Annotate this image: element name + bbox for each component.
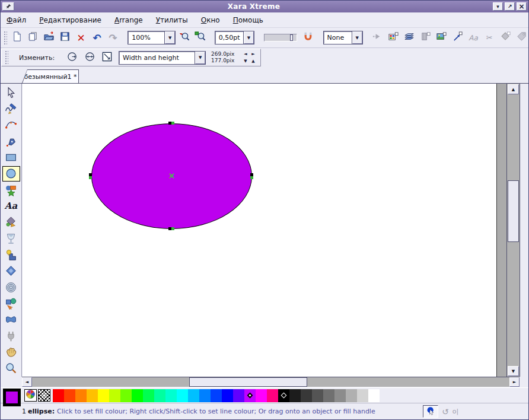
color-swatch-19[interactable] <box>267 389 278 402</box>
bitmap-gallery-button[interactable] <box>434 30 448 45</box>
color-swatch-16[interactable] <box>233 389 244 402</box>
vertical-scrollbar[interactable]: ▲ ▼ <box>506 84 520 377</box>
toolbar-grip[interactable] <box>4 50 8 65</box>
fill-gallery-button[interactable] <box>498 30 512 45</box>
zoom-dropdown-button[interactable]: ▼ <box>165 31 175 44</box>
size-mode-combo[interactable]: Width and height ▼ <box>119 52 205 64</box>
color-swatch-10[interactable] <box>165 389 177 402</box>
selection-handle-bottom[interactable] <box>168 227 174 230</box>
radius-creation-button[interactable] <box>65 50 80 65</box>
no-color-swatch[interactable] <box>38 389 50 402</box>
color-swatch-0[interactable] <box>53 389 64 402</box>
color-swatch-27[interactable] <box>357 389 368 402</box>
size-mode-dropdown-button[interactable]: ▼ <box>195 52 205 64</box>
menu-item-3[interactable]: Утилиты <box>156 16 188 24</box>
color-swatch-11[interactable] <box>177 389 188 402</box>
menu-item-2[interactable]: Arrange <box>114 16 143 24</box>
frame-gallery-button[interactable] <box>418 30 432 45</box>
edit-color-button[interactable] <box>24 389 37 402</box>
pin-button[interactable] <box>2 2 14 11</box>
nudge-up-button[interactable]: ▲ <box>249 58 257 65</box>
selection-handle-top[interactable] <box>168 122 174 125</box>
color-swatch-28[interactable] <box>368 389 380 402</box>
apply-attributes-button[interactable] <box>370 30 384 45</box>
line-gallery-button[interactable] <box>450 30 464 45</box>
color-swatch-13[interactable] <box>199 389 211 402</box>
menu-item-1[interactable]: Редактирование <box>39 16 101 24</box>
previous-zoom-button[interactable] <box>177 30 191 45</box>
scroll-right-button[interactable]: ► <box>509 377 520 387</box>
pen-tool[interactable] <box>2 133 20 149</box>
line-width-dropdown-button[interactable]: ▼ <box>244 31 254 44</box>
text-tool[interactable]: Aa <box>2 198 20 214</box>
line-width-value[interactable]: 0,50pt <box>215 31 244 44</box>
line-gallery-combo[interactable]: None ▼ <box>324 31 362 44</box>
color-swatch-12[interactable] <box>188 389 199 402</box>
line-width-combo[interactable]: 0,50pt ▼ <box>215 31 254 44</box>
feather-slider[interactable] <box>264 34 297 42</box>
color-swatch-4[interactable] <box>98 389 109 402</box>
shape-editor-tool[interactable] <box>2 117 20 133</box>
selector-tool[interactable] <box>2 85 20 100</box>
color-swatch-7[interactable] <box>132 389 143 402</box>
tab-label[interactable]: безымянный1 * <box>23 70 78 83</box>
horizontal-scrollbar[interactable]: ◄ ► <box>22 377 520 387</box>
bounds-creation-button[interactable] <box>100 50 114 65</box>
scroll-up-button[interactable]: ▲ <box>508 84 519 94</box>
color-swatch-14[interactable] <box>211 389 222 402</box>
menu-item-4[interactable]: Окно <box>201 16 220 24</box>
selection-handle-left[interactable] <box>89 173 92 179</box>
new-document-button[interactable] <box>10 30 24 45</box>
color-swatch-18[interactable] <box>256 389 267 402</box>
canvas-page[interactable]: × <box>23 84 496 377</box>
color-swatch-1[interactable] <box>64 389 75 402</box>
color-swatch-24[interactable] <box>323 389 334 402</box>
color-swatch-8[interactable] <box>143 389 154 402</box>
toolbar-grip[interactable] <box>3 30 7 46</box>
color-swatch-17[interactable] <box>244 389 256 402</box>
zoom-tool[interactable] <box>2 361 20 376</box>
selection-handle-right[interactable] <box>250 173 253 179</box>
ellipse-tool[interactable] <box>2 166 20 182</box>
color-swatch-21[interactable] <box>289 389 301 402</box>
freehand-tool[interactable] <box>2 101 20 116</box>
nudge-down-button[interactable]: ▼ <box>241 58 249 65</box>
snap-to-objects-button[interactable] <box>301 30 316 45</box>
line-gallery-dropdown-button[interactable]: ▼ <box>352 31 362 44</box>
color-swatch-5[interactable] <box>109 389 120 402</box>
nudge-right-button[interactable]: ► <box>249 50 257 58</box>
color-swatch-26[interactable] <box>346 389 357 402</box>
color-swatch-22[interactable] <box>301 389 312 402</box>
line-gallery-value[interactable]: None <box>324 31 352 44</box>
color-swatch-2[interactable] <box>75 389 87 402</box>
open-button[interactable] <box>42 30 56 45</box>
nudge-left-button[interactable]: ◄ <box>241 50 249 58</box>
color-swatch-9[interactable] <box>154 389 165 402</box>
fill-tool[interactable] <box>2 215 20 230</box>
document-tab[interactable]: безымянный1 * <box>22 69 79 83</box>
zoom-to-drawing-button[interactable] <box>193 30 207 45</box>
minimize-button[interactable]: ▾ <box>493 2 503 11</box>
color-swatch-6[interactable] <box>120 389 132 402</box>
color-swatch-3[interactable] <box>87 389 98 402</box>
scroll-left-button[interactable]: ◄ <box>22 377 32 387</box>
color-swatch-23[interactable] <box>312 389 323 402</box>
undo-button[interactable]: ↶ <box>90 30 104 45</box>
layer-gallery-button[interactable] <box>402 30 416 45</box>
feather-slider-thumb[interactable] <box>290 34 293 41</box>
live-drag-indicator[interactable] <box>423 405 438 418</box>
menu-item-0[interactable]: Файл <box>7 16 26 24</box>
color-gallery-button[interactable] <box>386 30 400 45</box>
live-effects-tool[interactable] <box>2 328 20 343</box>
ellipse-height-value[interactable]: 177.0pix <box>211 58 234 64</box>
delete-button[interactable]: ✕ <box>74 30 88 45</box>
zoom-value[interactable]: 100% <box>128 31 165 44</box>
contour-tool[interactable] <box>2 279 20 295</box>
new-animation-button[interactable] <box>26 30 40 45</box>
zoom-combo[interactable]: 100% ▼ <box>128 31 175 44</box>
vertical-scrollbar-thumb[interactable] <box>508 180 519 242</box>
color-swatch-20[interactable] <box>278 389 289 402</box>
blend-tool[interactable] <box>2 295 20 311</box>
horizontal-scrollbar-thumb[interactable] <box>189 377 307 387</box>
ellipse-center-marker[interactable]: × <box>168 172 176 180</box>
